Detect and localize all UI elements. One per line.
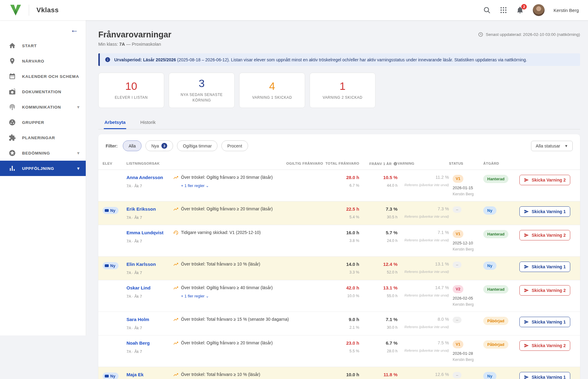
filter-pill-label: Procent bbox=[227, 144, 242, 148]
send-warning-label: Skicka Varning 1 bbox=[532, 320, 566, 324]
table-row: NyErik Eriksson7A · Åk 7Över tröskel: Og… bbox=[98, 201, 580, 225]
star-circle-icon bbox=[9, 149, 16, 157]
tab-historik[interactable]: Historik bbox=[140, 117, 156, 129]
sidebar-item-label: Kalender och schema bbox=[22, 74, 79, 79]
more-rules-link[interactable]: + 1 fler regler ⌄ bbox=[181, 183, 323, 188]
student-name-link[interactable]: Maja Ek bbox=[126, 372, 144, 377]
stat-value: 1 bbox=[340, 80, 345, 92]
sidebar-item-start[interactable]: Start bbox=[0, 38, 86, 53]
send-warning-label: Skicka Varning 1 bbox=[532, 209, 566, 214]
invalid-hours: 23.0 h bbox=[323, 340, 359, 346]
filter-pill-procent[interactable]: Procent bbox=[221, 140, 248, 151]
year-reference-note: Referens (påverkar inte urval) bbox=[398, 293, 449, 297]
chevron-down-icon: ▼ bbox=[564, 144, 568, 148]
collapse-sidebar-arrow-icon[interactable]: ← bbox=[70, 26, 78, 34]
total-absence-cell: 7.1 %30.0 h bbox=[359, 317, 398, 330]
send-warning-button[interactable]: Skicka Varning 2 bbox=[519, 285, 570, 296]
stat-label: Varning 2 skickad bbox=[322, 95, 362, 100]
no-warning-dash: – bbox=[453, 372, 462, 378]
filter-row: Filter: AllaNya3Ogiltiga timmarProcent A… bbox=[98, 134, 580, 157]
student-name-link[interactable]: Erik Eriksson bbox=[126, 206, 156, 212]
stat-card-varning-1-skickad: 4Varning 1 skickad bbox=[239, 73, 305, 108]
notification-count-badge: 2 bbox=[521, 4, 527, 10]
sidebar-item-kommunikation[interactable]: Kommunikation▼ bbox=[0, 99, 86, 115]
send-warning-button[interactable]: Skicka Varning 2 bbox=[519, 175, 570, 185]
send-warning-button[interactable]: Skicka Varning 1 bbox=[519, 206, 570, 217]
reason-text: Över tröskel: Ogiltig frånvaro ≥ 20 timm… bbox=[181, 340, 273, 345]
column-header-elev: Elev bbox=[103, 157, 126, 169]
table-row: Emma Lundqvist7A · Åk 7Tidigare varning … bbox=[98, 225, 580, 257]
warning-cell: V22026-02-05Kerstin Berg bbox=[449, 285, 483, 307]
sidebar-item-label: Planeringar bbox=[22, 136, 55, 140]
total-absence-cell: 6.7 %28.0 h bbox=[359, 340, 398, 353]
year-percent: 7.5 % bbox=[398, 340, 449, 345]
groups-icon bbox=[9, 119, 16, 126]
send-warning-button[interactable]: Skicka Varning 1 bbox=[519, 262, 570, 272]
warning-cell: – bbox=[449, 206, 483, 213]
send-icon bbox=[524, 264, 529, 269]
notifications-bell-icon[interactable]: 2 bbox=[516, 6, 524, 14]
page-subtitle: Min klass: 7A — Proximaskolan bbox=[98, 42, 172, 47]
status-filter-select[interactable]: Alla statusar ▼ bbox=[531, 141, 573, 151]
student-name-link[interactable]: Emma Lundqvist bbox=[126, 230, 164, 235]
search-icon[interactable] bbox=[483, 6, 491, 14]
selection-period-banner: Urvalsperiod: Läsår 2025/2026 (2025-08-1… bbox=[98, 53, 580, 66]
more-rules-link[interactable]: + 1 fler regler ⌄ bbox=[181, 294, 323, 298]
apps-grid-icon[interactable] bbox=[499, 6, 507, 14]
invalid-percent: 6.7 % bbox=[323, 183, 359, 188]
total-percent: 11.8 % bbox=[359, 372, 398, 377]
puzzle-icon bbox=[9, 134, 16, 141]
sidebar-item-grupper[interactable]: Grupper bbox=[0, 115, 86, 130]
status-cell: Påbörjad bbox=[483, 340, 519, 349]
total-absence-cell: 13.1 %55.0 h bbox=[359, 285, 398, 298]
invalid-percent: 3.3 % bbox=[323, 270, 359, 274]
new-row-badge: Ny bbox=[103, 207, 119, 214]
filter-pill-ogiltiga-timmar[interactable]: Ogiltiga timmar bbox=[177, 140, 217, 151]
column-header-franv-1-ar: Frånv 1 år bbox=[359, 157, 398, 170]
send-warning-label: Skicka Varning 2 bbox=[532, 288, 566, 293]
student-name-link[interactable]: Sara Holm bbox=[126, 317, 149, 322]
column-header-total-franvaro: Total frånvaro bbox=[323, 157, 359, 169]
status-cell: Hanterad bbox=[483, 285, 519, 293]
warning-level-badge: V1 bbox=[453, 340, 463, 348]
total-hours: 52.0 h bbox=[359, 270, 398, 274]
send-warning-button[interactable]: Skicka Varning 1 bbox=[519, 372, 570, 379]
user-avatar[interactable] bbox=[533, 4, 545, 16]
sidebar-item-uppfoljning[interactable]: Uppföljning▼ bbox=[0, 161, 86, 176]
student-name-link[interactable]: Oskar Lind bbox=[126, 285, 150, 290]
tab-arbetsyta[interactable]: Arbetsyta bbox=[104, 117, 126, 129]
filter-pill-nya[interactable]: Nya3 bbox=[145, 140, 173, 151]
table-row: NyElin Karlsson7A · Åk 7Över tröskel: To… bbox=[98, 257, 580, 280]
filter-pill-label: Nya bbox=[151, 144, 159, 148]
send-warning-button[interactable]: Skicka Varning 2 bbox=[519, 230, 570, 240]
new-mini-icon bbox=[105, 375, 109, 377]
sidebar-item-planeringar[interactable]: Planeringar bbox=[0, 130, 86, 145]
warning-sent-by: Kerstin Berg bbox=[453, 358, 483, 362]
listing-reason-cell: Över tröskel: Total frånvaro ≥ 15 % (sen… bbox=[173, 317, 323, 322]
student-name-link[interactable]: Anna Andersson bbox=[126, 175, 163, 180]
student-cell: Noah Berg7A · Åk 7 bbox=[126, 340, 173, 354]
column-header-status: Status bbox=[449, 157, 483, 169]
info-icon[interactable] bbox=[393, 162, 398, 166]
total-absence-cell: 5.7 %24.0 h bbox=[359, 230, 398, 243]
sidebar-item-bedomning[interactable]: Bedömning▼ bbox=[0, 145, 86, 161]
action-cell: Skicka Varning 1 bbox=[519, 262, 574, 272]
student-name-link[interactable]: Elin Karlsson bbox=[126, 262, 156, 267]
year-percent: 7.1 % bbox=[398, 230, 449, 235]
send-warning-button[interactable]: Skicka Varning 2 bbox=[519, 340, 570, 351]
listing-reason-cell: Över tröskel: Total frånvaro ≥ 10 % (läs… bbox=[173, 262, 323, 267]
sidebar-item-dokumentation[interactable]: Dokumentation bbox=[0, 84, 86, 99]
total-percent: 12.4 % bbox=[359, 262, 398, 267]
send-warning-button[interactable]: Skicka Varning 1 bbox=[519, 317, 570, 327]
year-absence-cell: 12.6 %Referens (påverkar inte urval) bbox=[398, 372, 449, 379]
total-percent: 5.7 % bbox=[359, 230, 398, 235]
sidebar-item-kalender-och-schema[interactable]: Kalender och schema bbox=[0, 69, 86, 84]
total-absence-cell: 12.4 %52.0 h bbox=[359, 262, 398, 274]
student-name-link[interactable]: Noah Berg bbox=[126, 340, 150, 346]
sidebar-item-narvaro[interactable]: Närvaro bbox=[0, 53, 86, 69]
filter-pill-count-badge: 3 bbox=[161, 143, 167, 149]
no-warning-dash: – bbox=[453, 262, 462, 268]
year-absence-cell: 7.3 %Referens (påverkar inte urval) bbox=[398, 206, 449, 218]
year-reference-note: Referens (påverkar inte urval) bbox=[398, 183, 449, 187]
filter-pill-alla[interactable]: Alla bbox=[123, 140, 141, 151]
